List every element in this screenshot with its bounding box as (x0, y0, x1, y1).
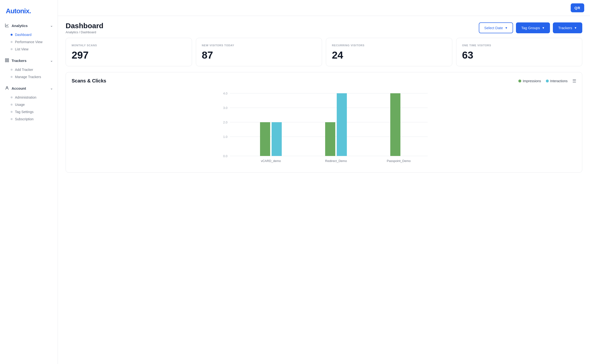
sidebar-item-list-view[interactable]: List View (0, 46, 58, 53)
stat-cards: MONTHLY SCANS 297 NEW VISITORS TODAY 87 … (58, 38, 590, 72)
trackers-icon (5, 58, 9, 63)
select-date-dropdown[interactable]: Select Date ▼ (479, 22, 513, 33)
stat-card-monthly-scans: MONTHLY SCANS 297 (66, 38, 192, 66)
usage-label: Usage (15, 103, 25, 107)
sidebar-trackers-label: Trackers (12, 59, 27, 63)
bar-chart: 4.0 3.0 2.0 1.0 0.0 vCARD_demo Redirect_… (72, 88, 576, 167)
monthly-scans-label: MONTHLY SCANS (72, 44, 186, 47)
sidebar-item-add-tracker[interactable]: Add Tracker (0, 66, 58, 73)
svg-text:2.0: 2.0 (223, 121, 227, 124)
sidebar-account-label: Account (12, 86, 26, 90)
page-title: Dashboard (66, 22, 475, 30)
stat-card-recurring-visitors: RECURRING VISITORS 24 (326, 38, 452, 66)
sidebar-section-trackers: Trackers ⌄ Add Tracker Manage Trackers (0, 56, 58, 81)
dashboard-header: Dashboard Analytics / Dashboard Select D… (58, 16, 590, 38)
add-tracker-dot (11, 69, 13, 71)
chart-menu-icon[interactable]: ☰ (572, 78, 576, 84)
interactions-label: Interactions (550, 79, 568, 83)
x-label-redirect: Redirect_Demo (325, 159, 347, 163)
bar-redirect-interactions (337, 93, 347, 156)
sidebar-section-analytics: Analytics ⌄ Dashboard Performance View L… (0, 21, 58, 54)
impressions-label: Impressions (523, 79, 541, 83)
usage-dot (11, 104, 13, 106)
sidebar-analytics-toggle[interactable]: Analytics ⌄ (0, 21, 58, 31)
legend-impressions: Impressions (518, 79, 541, 83)
one-time-visitors-value: 63 (462, 50, 576, 60)
chart-section: Scans & Clicks Impressions Interactions … (66, 72, 582, 173)
sidebar: Autonix. Analytics ⌄ Dashboard Performan… (0, 0, 58, 364)
bar-vcard-interactions (272, 122, 282, 156)
new-visitors-value: 87 (202, 50, 316, 60)
account-items: Administration Usage Tag Settings Subscr… (0, 93, 58, 124)
tag-settings-label: Tag Settings (15, 110, 34, 114)
svg-rect-1 (7, 59, 9, 60)
svg-text:4.0: 4.0 (223, 92, 227, 95)
select-date-label: Select Date (484, 26, 503, 30)
monthly-scans-value: 297 (72, 50, 186, 60)
breadcrumb: Analytics / Dashboard (66, 30, 475, 34)
sidebar-item-dashboard[interactable]: Dashboard (0, 31, 58, 38)
stat-card-new-visitors: NEW VISITORS TODAY 87 (196, 38, 322, 66)
chart-title: Scans & Clicks (72, 78, 106, 84)
analytics-chevron-icon: ⌄ (50, 24, 53, 27)
tag-groups-dropdown[interactable]: Tag Groups ▼ (516, 22, 550, 33)
sidebar-trackers-toggle[interactable]: Trackers ⌄ (0, 56, 58, 66)
sidebar-analytics-label: Analytics (12, 24, 28, 28)
account-icon (5, 86, 9, 91)
sidebar-item-tag-settings[interactable]: Tag Settings (0, 108, 58, 115)
x-label-passpoint: Passpoint_Demo (387, 159, 411, 163)
one-time-visitors-label: ONE TIME VISITORS (462, 44, 576, 47)
tag-groups-label: Tag Groups (521, 26, 540, 30)
sidebar-item-subscription[interactable]: Subscription (0, 115, 58, 123)
list-dot (11, 48, 13, 50)
chart-legend: Impressions Interactions (518, 79, 568, 83)
header-controls: Select Date ▼ Tag Groups ▼ Trackers ▼ (479, 22, 582, 33)
svg-text:3.0: 3.0 (223, 106, 227, 110)
topbar: QR (58, 0, 590, 16)
svg-point-4 (6, 87, 8, 88)
legend-interactions: Interactions (546, 79, 568, 83)
account-chevron-icon: ⌄ (50, 87, 53, 90)
brand-logo: Autonix. (0, 5, 58, 21)
list-label: List View (15, 47, 28, 51)
qr-button[interactable]: QR (571, 3, 584, 12)
administration-dot (11, 96, 13, 98)
svg-text:1.0: 1.0 (223, 135, 227, 139)
svg-rect-2 (5, 61, 7, 62)
sidebar-account-toggle[interactable]: Account ⌄ (0, 83, 58, 93)
bar-passpoint-impressions (390, 93, 400, 156)
interactions-dot (546, 80, 549, 82)
trackers-label: Trackers (558, 26, 572, 30)
select-date-chevron-icon: ▼ (505, 26, 508, 30)
impressions-dot (518, 80, 521, 82)
subscription-dot (11, 118, 13, 120)
recurring-visitors-label: RECURRING VISITORS (332, 44, 446, 47)
tag-settings-dot (11, 111, 13, 113)
tag-groups-chevron-icon: ▼ (542, 26, 545, 30)
sidebar-item-administration[interactable]: Administration (0, 94, 58, 101)
sidebar-item-performance-view[interactable]: Performance View (0, 38, 58, 46)
manage-trackers-dot (11, 76, 13, 78)
main-content: QR Dashboard Analytics / Dashboard Selec… (58, 0, 590, 364)
dashboard-dot (11, 34, 13, 36)
performance-dot (11, 41, 13, 43)
manage-trackers-label: Manage Trackers (15, 75, 41, 79)
bar-redirect-impressions (325, 122, 335, 156)
sidebar-item-manage-trackers[interactable]: Manage Trackers (0, 73, 58, 81)
add-tracker-label: Add Tracker (15, 68, 33, 72)
performance-label: Performance View (15, 40, 42, 44)
sidebar-item-usage[interactable]: Usage (0, 101, 58, 108)
sidebar-section-account: Account ⌄ Administration Usage Tag Setti… (0, 83, 58, 124)
trackers-dropdown[interactable]: Trackers ▼ (553, 22, 582, 33)
dashboard-label: Dashboard (15, 33, 32, 37)
chart-svg: 4.0 3.0 2.0 1.0 0.0 vCARD_demo Redirect_… (72, 88, 576, 166)
administration-label: Administration (15, 95, 36, 99)
svg-rect-0 (5, 59, 7, 60)
stat-card-one-time-visitors: ONE TIME VISITORS 63 (456, 38, 583, 66)
recurring-visitors-value: 24 (332, 50, 446, 60)
analytics-items: Dashboard Performance View List View (0, 31, 58, 54)
svg-text:0.0: 0.0 (223, 154, 227, 158)
subscription-label: Subscription (15, 117, 34, 121)
chart-header: Scans & Clicks Impressions Interactions … (72, 78, 576, 84)
trackers-items: Add Tracker Manage Trackers (0, 66, 58, 81)
